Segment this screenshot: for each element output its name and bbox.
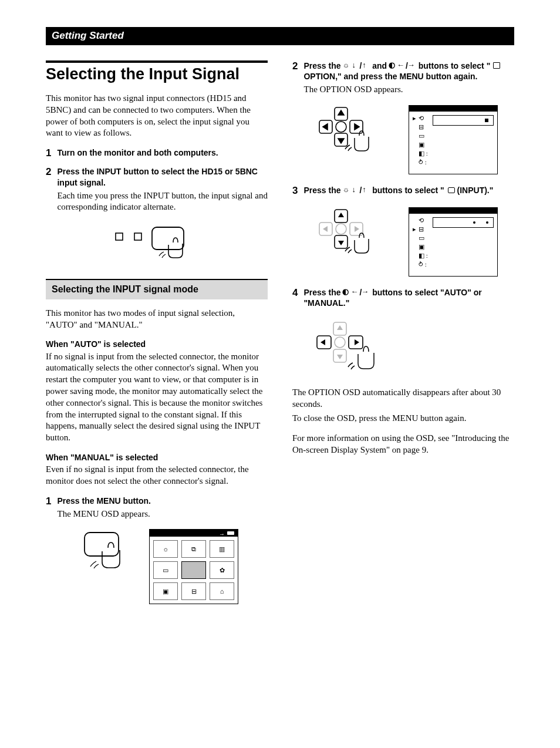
- page: Getting Started Selecting the Input Sign…: [0, 0, 560, 748]
- figure-horizontal-press: [304, 320, 514, 376]
- dpad-active-all: [309, 105, 379, 158]
- osd-cell-option: ⌂: [210, 582, 234, 600]
- figure-menu-osd: → ☼ ⧉ ▥ ▭ ✿ ▣ ⊟ ⌂: [46, 529, 268, 604]
- osd-cell-selected: [181, 561, 206, 579]
- left-column: Selecting the Input Signal This monitor …: [46, 60, 268, 615]
- arrow-left-icon: [397, 62, 406, 70]
- figure-option-osd: ▸⟲ ⊟ ▭ ▣ ◧ : ⥁ :: [292, 105, 514, 174]
- tail-3: For more information on using the OSD, s…: [292, 433, 514, 456]
- step-heading: Press the INPUT button to select the HD1…: [57, 166, 268, 187]
- option-osd-list: ⟲ ▸⊟ ▭ ▣ ◧ : ⥁ :: [413, 217, 428, 268]
- brightness-icon: [343, 187, 351, 195]
- arrow-right-icon: [362, 289, 370, 297]
- osd-cell-geometry: ▥: [210, 540, 234, 558]
- subsection-heading: Selecting the INPUT signal mode: [46, 279, 268, 299]
- dpad-active-vertical: [309, 207, 379, 260]
- step-note: The OPTION OSD appears.: [303, 84, 514, 96]
- step-number: 2: [292, 61, 298, 71]
- right-column: 2 Press the / and / buttons to select " …: [292, 60, 514, 615]
- osd-cell-convergence: ▭: [153, 561, 178, 579]
- osd-cell-language: ▣: [153, 582, 178, 600]
- auto-body: If no signal is input from the selected …: [46, 351, 268, 444]
- steps-primary: 1 Turn on the monitor and both computers…: [46, 147, 268, 213]
- step-option-4: 4 Press the / buttons to select "AUTO" o…: [292, 287, 514, 311]
- arrow-down-icon: [351, 187, 359, 195]
- step-number: 1: [46, 496, 51, 506]
- steps-menu: 1 Press the MENU button. The MENU OSD ap…: [46, 496, 268, 520]
- contrast-icon: [343, 289, 351, 297]
- contrast-icon: [389, 62, 397, 70]
- step-heading: Press the / buttons to select " (INPUT).…: [303, 185, 514, 196]
- step-2: 2 Press the INPUT button to select the H…: [46, 166, 268, 213]
- option-osd-input: ⟲ ▸⊟ ▭ ▣ ◧ : ⥁ :: [409, 207, 498, 277]
- manual-heading: When "MANUAL" is selected: [46, 452, 268, 463]
- arrow-up-icon: [362, 62, 370, 70]
- step-number: 2: [46, 167, 51, 177]
- step-number: 3: [292, 186, 298, 196]
- manual-body: Even if no signal is input from the sele…: [46, 464, 268, 487]
- step-heading: Press the / and / buttons to select " OP…: [303, 60, 514, 82]
- step-menu-1: 1 Press the MENU button. The MENU OSD ap…: [46, 496, 268, 520]
- figure-input-button: [46, 223, 268, 261]
- option-osd: ▸⟲ ⊟ ▭ ▣ ◧ : ⥁ :: [409, 105, 498, 174]
- step-heading: Press the MENU button.: [57, 496, 268, 506]
- intro-paragraph: This monitor has two signal input connec…: [46, 93, 268, 139]
- step-number: 4: [292, 288, 298, 298]
- auto-heading: When "AUTO" is selected: [46, 339, 268, 349]
- section-banner: Getting Started: [46, 27, 514, 45]
- osd-cell-size: ⧉: [181, 540, 206, 558]
- step-heading: Turn on the monitor and both computers.: [57, 147, 268, 158]
- arrow-up-icon: [362, 187, 370, 195]
- step-note: The MENU OSD appears.: [57, 508, 268, 520]
- title-rule: [46, 60, 268, 63]
- brightness-icon: [343, 62, 351, 70]
- dpad-active-horizontal: [304, 320, 386, 376]
- svg-point-13: [336, 224, 346, 234]
- option-osd-list: ▸⟲ ⊟ ▭ ▣ ◧ : ⥁ :: [413, 115, 428, 166]
- arrow-left-icon: [351, 289, 359, 297]
- step-1: 1 Turn on the monitor and both computers…: [46, 147, 268, 160]
- osd-cell-brightness: ☼: [153, 540, 178, 558]
- tail-2: To close the OSD, press the MENU button …: [292, 413, 514, 424]
- menu-osd: → ☼ ⧉ ▥ ▭ ✿ ▣ ⊟ ⌂: [149, 529, 238, 604]
- arrow-down-icon: [351, 62, 359, 70]
- page-title: Selecting the Input Signal: [46, 65, 268, 83]
- svg-rect-2: [152, 227, 184, 250]
- tail-1: The OPTION OSD automatically disappears …: [292, 387, 514, 410]
- svg-point-8: [336, 122, 346, 132]
- step-option-3: 3 Press the / buttons to select " (INPUT…: [292, 185, 514, 198]
- step-option-2: 2 Press the / and / buttons to select " …: [292, 60, 514, 96]
- figure-input-osd: ⟲ ▸⊟ ▭ ▣ ◧ : ⥁ :: [292, 207, 514, 277]
- option-icon: [492, 62, 501, 70]
- svg-point-18: [335, 337, 345, 348]
- svg-rect-1: [134, 233, 141, 240]
- osd-cell-color: ✿: [210, 561, 234, 579]
- input-icon: [447, 187, 455, 195]
- osd-cell-degauss: ⊟: [181, 582, 206, 600]
- step-heading: Press the / buttons to select "AUTO" or …: [303, 287, 514, 308]
- step-note: Each time you press the INPUT button, th…: [57, 190, 268, 213]
- subsection-intro: This monitor has two modes of input sign…: [46, 308, 268, 331]
- svg-rect-0: [116, 233, 123, 240]
- arrow-right-icon: [408, 62, 416, 70]
- step-number: 1: [46, 148, 51, 158]
